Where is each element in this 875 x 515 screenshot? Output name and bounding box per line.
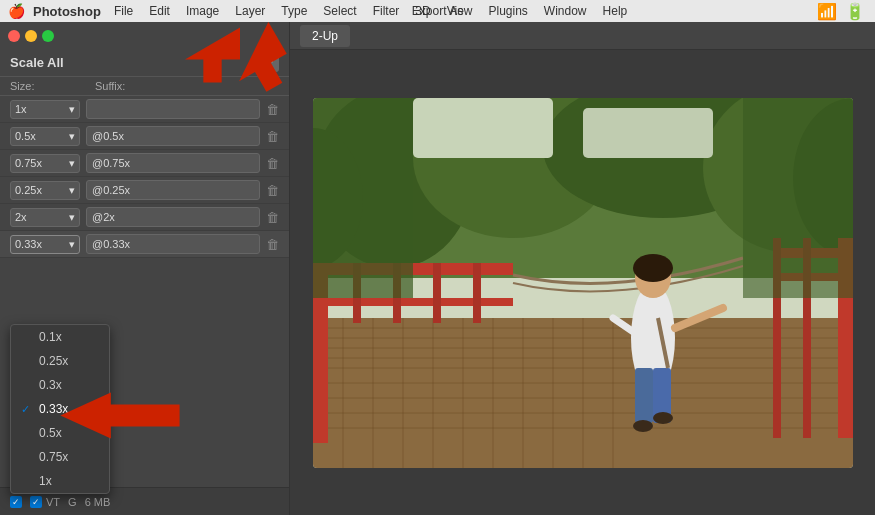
scale-all-title: Scale All [10, 55, 64, 70]
table-row: 0.33x ▾ 🗑 [0, 231, 289, 258]
delete-row-4-button[interactable]: 🗑 [266, 183, 279, 198]
dropdown-label-03x: 0.3x [39, 378, 62, 392]
window-title: Export As [412, 4, 463, 18]
size-value-2: 0.5x [15, 130, 36, 142]
svg-rect-53 [743, 98, 853, 298]
size-select-2[interactable]: 0.5x ▾ [10, 127, 80, 146]
left-panel: Scale All + Size: Suffix: 1x ▾ 🗑 0.5x ▾ [0, 22, 290, 515]
size-select-6[interactable]: 0.33x ▾ [10, 235, 80, 254]
checkbox-item-2: VT [30, 496, 60, 508]
size-select-3[interactable]: 0.75x ▾ [10, 154, 80, 173]
menu-select[interactable]: Select [316, 2, 363, 20]
chevron-down-icon: ▾ [69, 211, 75, 224]
svg-rect-32 [313, 298, 513, 306]
table-row: 2x ▾ 🗑 [0, 204, 289, 231]
chevron-down-icon: ▾ [69, 130, 75, 143]
svg-point-47 [633, 420, 653, 432]
size-select-4[interactable]: 0.25x ▾ [10, 181, 80, 200]
add-size-button[interactable]: + [259, 52, 279, 72]
svg-point-48 [653, 412, 673, 424]
svg-rect-9 [583, 108, 713, 158]
tab-2up[interactable]: 2-Up [300, 25, 350, 47]
menu-help[interactable]: Help [596, 2, 635, 20]
checkbox-2[interactable] [30, 496, 42, 508]
dropdown-item-05x[interactable]: 0.5x [11, 421, 109, 445]
svg-rect-36 [473, 263, 481, 323]
chevron-down-icon: ▾ [69, 103, 75, 116]
suffix-input-6[interactable] [86, 234, 260, 254]
apple-logo: 🍎 [8, 3, 25, 19]
dropdown-label-033x: 0.33x [39, 402, 68, 416]
suffix-input-2[interactable] [86, 126, 260, 146]
format-type: G [68, 496, 77, 508]
scale-all-header: Scale All + [0, 44, 289, 77]
delete-row-6-button[interactable]: 🗑 [266, 237, 279, 252]
table-row: 0.25x ▾ 🗑 [0, 177, 289, 204]
svg-rect-45 [635, 368, 653, 423]
maximize-button[interactable] [42, 30, 54, 42]
table-row: 1x ▾ 🗑 [0, 96, 289, 123]
chevron-down-icon: ▾ [69, 157, 75, 170]
suffix-input-1[interactable] [86, 99, 260, 119]
dropdown-label-1x: 1x [39, 474, 52, 488]
tab-bar: 2-Up [290, 22, 875, 50]
dropdown-label-01x: 0.1x [39, 330, 62, 344]
dropdown-label-025x: 0.25x [39, 354, 68, 368]
menu-layer[interactable]: Layer [228, 2, 272, 20]
dropdown-item-03x[interactable]: 0.3x [11, 373, 109, 397]
menu-type[interactable]: Type [274, 2, 314, 20]
menu-image[interactable]: Image [179, 2, 226, 20]
delete-row-2-button[interactable]: 🗑 [266, 129, 279, 144]
app-name: Photoshop [33, 4, 101, 19]
menu-bar-right: 📶 🔋 [817, 2, 865, 21]
bridge-scene-svg [313, 98, 853, 468]
size-select-5[interactable]: 2x ▾ [10, 208, 80, 227]
format-label: VT [46, 496, 60, 508]
check-icon: ✓ [21, 403, 33, 416]
delete-row-5-button[interactable]: 🗑 [266, 210, 279, 225]
size-value-3: 0.75x [15, 157, 42, 169]
suffix-input-4[interactable] [86, 180, 260, 200]
dropdown-item-1x[interactable]: 1x [11, 469, 109, 493]
dropdown-label-05x: 0.5x [39, 426, 62, 440]
svg-rect-8 [413, 98, 553, 158]
size-select-1[interactable]: 1x ▾ [10, 100, 80, 119]
delete-row-3-button[interactable]: 🗑 [266, 156, 279, 171]
table-row: 0.5x ▾ 🗑 [0, 123, 289, 150]
chevron-down-icon: ▾ [69, 238, 75, 251]
file-size: 6 MB [85, 496, 111, 508]
image-area [290, 50, 875, 515]
svg-rect-52 [313, 98, 413, 298]
size-value-6: 0.33x [15, 238, 42, 250]
dropdown-label-075x: 0.75x [39, 450, 68, 464]
size-value-4: 0.25x [15, 184, 42, 196]
checkbox-item-1 [10, 496, 22, 508]
size-column-header: Size: [10, 80, 95, 92]
menu-plugins[interactable]: Plugins [482, 2, 535, 20]
size-dropdown: 0.1x 0.25x 0.3x ✓ 0.33x 0.5x 0.75x [10, 324, 110, 494]
dropdown-item-075x[interactable]: 0.75x [11, 445, 109, 469]
close-button[interactable] [8, 30, 20, 42]
minimize-button[interactable] [25, 30, 37, 42]
dropdown-item-025x[interactable]: 0.25x [11, 349, 109, 373]
chevron-down-icon: ▾ [69, 184, 75, 197]
bridge-image [313, 98, 853, 468]
table-row: 0.75x ▾ 🗑 [0, 150, 289, 177]
checkbox-1[interactable] [10, 496, 22, 508]
size-value-5: 2x [15, 211, 27, 223]
svg-rect-35 [433, 263, 441, 323]
main-content: Scale All + Size: Suffix: 1x ▾ 🗑 0.5x ▾ [0, 22, 875, 515]
svg-point-44 [633, 254, 673, 282]
suffix-column-header: Suffix: [95, 80, 125, 92]
dropdown-item-01x[interactable]: 0.1x [11, 325, 109, 349]
dropdown-item-033x[interactable]: ✓ 0.33x [11, 397, 109, 421]
menu-filter[interactable]: Filter [366, 2, 407, 20]
menu-bar: 🍎 Photoshop File Edit Image Layer Type S… [0, 0, 875, 22]
menu-edit[interactable]: Edit [142, 2, 177, 20]
menu-file[interactable]: File [107, 2, 140, 20]
delete-row-1-button[interactable]: 🗑 [266, 102, 279, 117]
menu-window[interactable]: Window [537, 2, 594, 20]
suffix-input-5[interactable] [86, 207, 260, 227]
column-headers: Size: Suffix: [0, 77, 289, 96]
suffix-input-3[interactable] [86, 153, 260, 173]
